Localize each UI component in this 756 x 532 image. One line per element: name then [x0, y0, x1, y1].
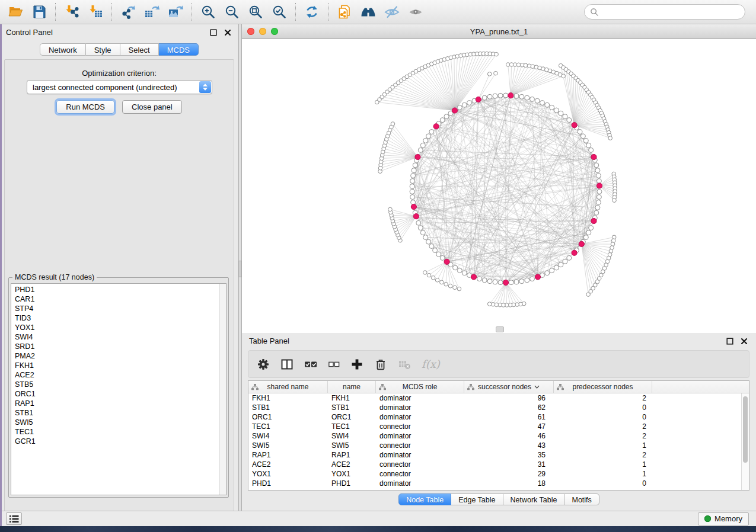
mcds-result-item[interactable]: GCR1	[15, 437, 226, 446]
network-node[interactable]	[554, 265, 559, 270]
table-row[interactable]: TEC1TEC1connector472	[248, 422, 749, 431]
network-node[interactable]	[503, 93, 508, 98]
network-node[interactable]	[596, 174, 601, 178]
mcds-result-item[interactable]: TEC1	[15, 427, 226, 437]
mcds-result-item[interactable]: YOX1	[15, 323, 226, 332]
network-node[interactable]	[410, 190, 414, 194]
network-node[interactable]	[525, 278, 529, 283]
network-node[interactable]	[583, 235, 588, 240]
column-header-successor-nodes[interactable]: successor nodes	[464, 381, 554, 393]
network-node[interactable]	[410, 195, 415, 200]
network-node[interactable]	[440, 255, 445, 260]
mcds-result-item[interactable]: SWI5	[15, 418, 226, 427]
mcds-hub-node[interactable]	[572, 123, 577, 128]
network-node[interactable]	[559, 111, 563, 116]
tab-network-table[interactable]: Network Table	[503, 493, 565, 505]
find-network-button[interactable]	[356, 2, 380, 21]
export-image-button[interactable]	[164, 2, 187, 21]
mcds-result-item[interactable]: STB1	[15, 408, 226, 418]
close-table-panel-button[interactable]	[739, 336, 749, 346]
network-node[interactable]	[595, 168, 600, 173]
network-node[interactable]	[444, 282, 448, 286]
clone-network-button[interactable]	[333, 2, 356, 21]
mcds-hub-node[interactable]	[411, 204, 416, 210]
network-node[interactable]	[580, 134, 585, 139]
network-node[interactable]	[444, 114, 449, 119]
network-node[interactable]	[467, 101, 472, 105]
column-header-mcds-role[interactable]: MCDS role	[376, 381, 464, 393]
mcds-result-item[interactable]: STP4	[15, 304, 226, 313]
apply-function-button[interactable]: f(x)	[422, 358, 440, 370]
network-node[interactable]	[597, 190, 602, 194]
network-node[interactable]	[410, 179, 415, 184]
network-node[interactable]	[554, 108, 559, 113]
network-node[interactable]	[435, 278, 439, 283]
mcds-result-item[interactable]: STB5	[15, 380, 226, 389]
table-row[interactable]: SWI4SWI4dominator462	[248, 431, 749, 441]
select-all-button[interactable]	[304, 358, 317, 371]
mcds-list-scrollbar[interactable]	[219, 284, 226, 495]
network-node[interactable]	[540, 101, 545, 105]
network-node[interactable]	[418, 226, 423, 230]
network-node[interactable]	[487, 72, 492, 76]
column-header-shared-name[interactable]: shared name	[248, 381, 328, 393]
network-node[interactable]	[525, 95, 529, 100]
network-node[interactable]	[567, 118, 572, 123]
network-node[interactable]	[411, 174, 416, 178]
network-node[interactable]	[462, 271, 467, 275]
network-node[interactable]	[453, 286, 457, 290]
tab-mcds[interactable]: MCDS	[159, 43, 199, 56]
mcds-hub-node[interactable]	[433, 124, 439, 129]
network-node[interactable]	[427, 273, 431, 277]
tab-motifs[interactable]: Motifs	[564, 493, 599, 505]
network-node[interactable]	[613, 198, 617, 203]
network-node[interactable]	[426, 134, 431, 139]
network-node[interactable]	[433, 248, 438, 253]
table-row[interactable]: PHD1PHD1dominator180	[248, 479, 749, 488]
network-node[interactable]	[535, 98, 540, 103]
network-node[interactable]	[530, 97, 535, 101]
network-node[interactable]	[495, 52, 499, 56]
mcds-result-item[interactable]: TID3	[15, 313, 226, 323]
search-input[interactable]	[602, 6, 745, 18]
minimize-window-button[interactable]	[259, 28, 266, 35]
network-node[interactable]	[562, 74, 566, 78]
close-window-button[interactable]	[247, 28, 254, 35]
mcds-hub-node[interactable]	[591, 154, 596, 159]
network-node[interactable]	[563, 114, 567, 119]
hide-selected-button[interactable]	[380, 2, 404, 21]
network-node[interactable]	[563, 259, 567, 264]
table-row[interactable]: YOX1YOX1connector291	[248, 469, 749, 479]
network-node[interactable]	[608, 136, 613, 140]
network-node[interactable]	[530, 277, 535, 281]
network-node[interactable]	[420, 143, 425, 148]
mcds-result-item[interactable]: PHD1	[15, 285, 226, 294]
split-table-panel-button[interactable]	[280, 358, 294, 371]
network-node[interactable]	[583, 138, 588, 143]
import-network-button[interactable]	[60, 2, 84, 21]
delete-columns-button[interactable]	[374, 358, 387, 371]
network-node[interactable]	[594, 163, 599, 168]
network-node[interactable]	[448, 284, 452, 288]
table-row[interactable]: RAP1RAP1dominator352	[248, 450, 749, 460]
network-node[interactable]	[594, 210, 599, 215]
mcds-hub-node[interactable]	[415, 154, 420, 159]
table-row[interactable]: SWI5SWI5connector431	[248, 441, 749, 450]
network-node[interactable]	[519, 279, 524, 284]
network-node[interactable]	[514, 94, 519, 98]
network-node[interactable]	[586, 143, 591, 148]
mcds-result-item[interactable]: SWI4	[15, 332, 226, 342]
run-mcds-button[interactable]: Run MCDS	[56, 100, 114, 114]
memory-button[interactable]: Memory	[698, 512, 749, 525]
network-node[interactable]	[487, 94, 492, 99]
mcds-result-item[interactable]: ORC1	[15, 389, 226, 399]
network-node[interactable]	[589, 226, 594, 230]
network-node[interactable]	[431, 276, 435, 280]
network-node[interactable]	[509, 280, 513, 285]
mcds-hub-node[interactable]	[503, 280, 508, 285]
task-history-button[interactable]	[6, 512, 22, 525]
tab-edge-table[interactable]: Edge Table	[451, 493, 503, 505]
mcds-result-item[interactable]: PMA2	[15, 351, 226, 361]
network-node[interactable]	[457, 105, 462, 110]
network-node[interactable]	[391, 122, 395, 126]
